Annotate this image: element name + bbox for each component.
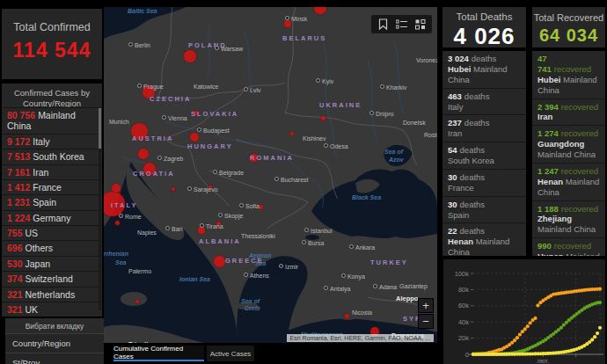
confirmed-country-row[interactable]: 374Switzerland: [2, 271, 102, 286]
case-cluster-marker[interactable]: [172, 187, 175, 191]
tab-selector-option[interactable]: St/Prov: [5, 353, 104, 364]
stat-count-line: 22deaths: [448, 226, 523, 237]
recovered-row[interactable]: 2 394recoveredIran: [532, 98, 605, 126]
confirmed-country-row[interactable]: 1 412France: [2, 179, 102, 194]
deaths-row[interactable]: 3 024deathsHubei Mainland China: [442, 51, 526, 88]
recovered-row[interactable]: 990recoveredHunan Mainland China: [532, 237, 605, 256]
deaths-row[interactable]: 22deathsHenan Mainland China: [442, 222, 526, 256]
stat-unit: recovered: [561, 166, 598, 176]
basemap-grid-icon[interactable]: [413, 18, 428, 31]
confirmed-country-row[interactable]: 9 172Italy: [2, 134, 102, 149]
tab-active-cases[interactable]: Active Cases: [207, 346, 254, 361]
confirmed-country-name: US: [26, 228, 39, 238]
data-point: [523, 327, 527, 331]
stat-unit: recovered: [561, 128, 598, 138]
stat-unit: deaths: [464, 118, 490, 127]
stat-location: Italy: [448, 102, 523, 113]
recovered-row[interactable]: 1 188recoveredZhejiang Mainland China: [532, 200, 605, 238]
stat-unit: deaths: [464, 91, 490, 101]
recovered-row[interactable]: 47 741recoveredHubei Mainland China: [532, 51, 605, 98]
data-point: [596, 331, 599, 335]
confirmed-country-row[interactable]: 321Netherlands: [2, 287, 102, 302]
stat-count-line: 1 274recovered: [538, 128, 603, 139]
case-cluster-marker[interactable]: [112, 184, 121, 193]
confirmed-country-row[interactable]: 755US: [2, 225, 102, 240]
case-cluster-marker[interactable]: [131, 123, 148, 140]
case-cluster-marker[interactable]: [216, 222, 221, 226]
zoom-in-button[interactable]: +: [418, 298, 434, 313]
case-cluster-marker[interactable]: [184, 50, 196, 62]
zoom-out-button[interactable]: −: [418, 314, 434, 329]
stat-location: Zhejiang Mainland China: [538, 214, 603, 235]
confirmed-country-row[interactable]: 7 161Iran: [2, 164, 102, 179]
stat-count: 3 024: [448, 54, 469, 63]
confirmed-country-name: Switzerland: [26, 273, 73, 284]
confirmed-country-row[interactable]: 80 756Mainland China: [2, 107, 102, 134]
confirmed-count: 1 231: [7, 197, 30, 207]
stat-location: Hunan Mainland China: [538, 251, 603, 256]
confirmed-count: 530: [7, 258, 23, 269]
recovered-row[interactable]: 1 274recoveredGuangdong Mainland China: [532, 125, 605, 163]
stat-count-line: 47 741recovered: [538, 54, 603, 75]
stat-count: 463: [448, 91, 462, 101]
stat-count-line: 2 394recovered: [538, 102, 603, 113]
case-cluster-marker[interactable]: [115, 221, 120, 225]
recovered-by-region-list: 47 741recoveredHubei Mainland China2 394…: [532, 51, 605, 256]
data-point: [513, 339, 516, 342]
case-cluster-marker[interactable]: [214, 256, 225, 267]
case-cluster-marker[interactable]: [194, 111, 198, 115]
case-cluster-marker[interactable]: [321, 116, 325, 120]
data-point: [559, 326, 563, 330]
tab-cumulative-confirmed-cases[interactable]: Cumulative Confirmed Cases: [113, 346, 204, 361]
confirmed-country-row[interactable]: 530Japan: [2, 256, 102, 271]
confirmed-country-row[interactable]: 1 224Germany: [2, 210, 102, 225]
case-cluster-marker[interactable]: [143, 163, 156, 175]
deaths-row[interactable]: 237deathsIran: [442, 114, 526, 142]
confirmed-list-scrollbar[interactable]: [99, 108, 101, 310]
confirmed-count: 696: [7, 243, 23, 253]
stat-unit: deaths: [460, 172, 486, 182]
tab-selector-option[interactable]: Country/Region: [5, 333, 104, 353]
case-cluster-marker[interactable]: [190, 133, 199, 142]
confirmed-country-row[interactable]: 321UK: [2, 302, 102, 317]
stat-unit: recovered: [554, 64, 591, 74]
confirmed-country-row[interactable]: 696Others: [2, 240, 102, 255]
deaths-row[interactable]: 54deathsSouth Korea: [442, 142, 526, 169]
case-cluster-marker[interactable]: [135, 300, 139, 303]
case-cluster-marker[interactable]: [284, 20, 291, 27]
case-cluster-marker[interactable]: [250, 154, 258, 162]
stat-location: Iran: [538, 112, 603, 122]
data-point: [590, 338, 594, 341]
deaths-row[interactable]: 463deathsItaly: [442, 88, 526, 115]
data-point: [598, 288, 602, 291]
confirmed-by-country-panel: Confirmed Cases by Country/Region 80 756…: [2, 84, 102, 317]
stat-count: 1 274: [538, 128, 559, 138]
legend-list-icon[interactable]: [394, 18, 409, 31]
recovered-row[interactable]: 1 247recoveredHenan Mainland China: [532, 163, 605, 200]
y-tick-label: 60k: [458, 302, 469, 309]
case-cluster-marker[interactable]: [143, 86, 155, 98]
confirmed-country-row[interactable]: 7 513South Korea: [2, 149, 102, 164]
case-cluster-marker[interactable]: [198, 227, 205, 234]
scrollbar-thumb[interactable]: [99, 108, 101, 149]
case-cluster-marker[interactable]: [138, 149, 149, 159]
case-cluster-marker[interactable]: [208, 186, 212, 189]
map-container[interactable]: Baltic SeaBlack SeaSea ofAzovAegeanSeaIo…: [104, 7, 437, 343]
stat-count: 1 247: [538, 166, 559, 176]
case-cluster-marker[interactable]: [345, 314, 349, 318]
confirmed-list-title-line1: Confirmed Cases by: [14, 88, 90, 98]
confirmed-country-name: UK: [26, 304, 39, 315]
stat-location: Henan Mainland China: [538, 177, 603, 198]
y-tick-label: 40k: [458, 318, 469, 326]
deaths-row[interactable]: 30deathsSpain: [442, 196, 526, 223]
case-cluster-marker[interactable]: [259, 205, 263, 209]
case-cluster-marker[interactable]: [290, 132, 294, 135]
total-recovered-title: Total Recovered: [532, 7, 605, 23]
total-deaths-panel: Total Deaths 4 026: [442, 7, 526, 47]
confirmed-country-name: France: [33, 182, 62, 193]
deaths-row[interactable]: 30deathsFrance: [442, 169, 526, 196]
confirmed-country-row[interactable]: 1 231Spain: [2, 194, 102, 209]
y-tick-label: 20k: [458, 334, 469, 342]
bookmark-icon[interactable]: [376, 18, 391, 31]
data-point: [518, 332, 522, 336]
